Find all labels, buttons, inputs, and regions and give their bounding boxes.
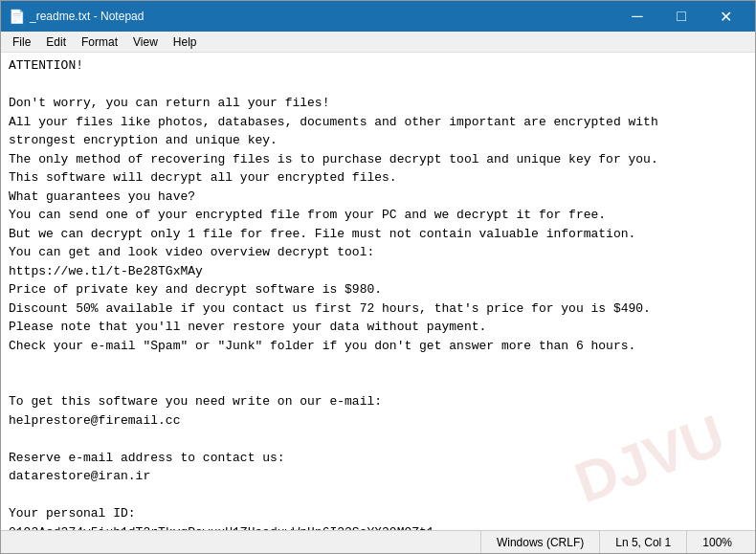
maximize-button[interactable]: □ bbox=[659, 1, 703, 32]
menu-view[interactable]: View bbox=[125, 33, 166, 51]
menu-file[interactable]: File bbox=[5, 33, 38, 51]
title-bar: 📄 _readme.txt - Notepad ─ □ ✕ bbox=[1, 1, 755, 32]
menu-format[interactable]: Format bbox=[74, 33, 125, 51]
notepad-window: 📄 _readme.txt - Notepad ─ □ ✕ File Edit … bbox=[0, 0, 756, 554]
text-editor-area[interactable]: DJVU ATTENTION! Don't worry, you can ret… bbox=[1, 53, 755, 530]
document-content: ATTENTION! Don't worry, you can return a… bbox=[9, 56, 747, 530]
menu-help[interactable]: Help bbox=[166, 33, 205, 51]
menu-edit[interactable]: Edit bbox=[38, 33, 74, 51]
status-encoding: Windows (CRLF) bbox=[480, 531, 599, 553]
status-line-col: Ln 5, Col 1 bbox=[599, 531, 686, 553]
status-zoom: 100% bbox=[686, 531, 747, 553]
status-bar: Windows (CRLF) Ln 5, Col 1 100% bbox=[1, 530, 755, 553]
close-button[interactable]: ✕ bbox=[703, 1, 747, 32]
app-icon: 📄 bbox=[9, 9, 24, 24]
status-empty bbox=[9, 531, 480, 553]
menu-bar: File Edit Format View Help bbox=[1, 32, 755, 53]
window-title: _readme.txt - Notepad bbox=[30, 10, 615, 23]
minimize-button[interactable]: ─ bbox=[615, 1, 659, 32]
window-controls: ─ □ ✕ bbox=[615, 1, 747, 32]
